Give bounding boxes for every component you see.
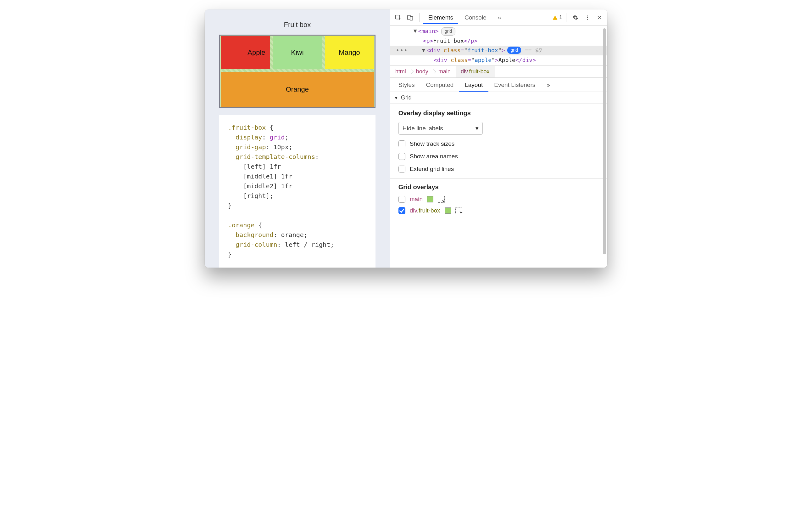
- gear-icon[interactable]: [570, 12, 581, 23]
- toolbar-separator: [566, 13, 566, 22]
- crumb-main[interactable]: main: [433, 66, 456, 78]
- checkbox-icon[interactable]: [398, 140, 405, 147]
- dom-node-apple[interactable]: <div class="apple">Apple</div>: [390, 55, 607, 65]
- fruit-box-container: Apple Kiwi Mango Orange: [219, 34, 376, 108]
- grid-section-title: Grid: [401, 95, 412, 101]
- subtab-listeners[interactable]: Event Listeners: [489, 78, 541, 92]
- highlight-element-icon[interactable]: [455, 207, 462, 214]
- fruit-cell-kiwi: Kiwi: [273, 36, 322, 69]
- svg-rect-2: [410, 16, 412, 20]
- styles-subtabs: Styles Computed Layout Event Listeners »: [390, 78, 607, 92]
- fruit-cell-orange: Orange: [221, 72, 374, 107]
- grid-section-header[interactable]: ▼ Grid: [390, 92, 607, 104]
- warnings-indicator[interactable]: 1: [552, 14, 562, 21]
- overlay-name: div.fruit-box: [410, 207, 440, 214]
- crumb-body[interactable]: body: [411, 66, 433, 78]
- warnings-count: 1: [559, 14, 562, 21]
- grid-overlays-heading: Grid overlays: [398, 183, 599, 191]
- dom-node-selected[interactable]: ••• ▼<div class="fruit-box">grid== $0: [390, 46, 607, 55]
- crumb-selected[interactable]: div.fruit-box: [456, 66, 495, 78]
- toolbar-separator: [419, 13, 420, 22]
- overlay-settings-heading: Overlay display settings: [398, 110, 599, 117]
- checkbox-icon[interactable]: [398, 196, 405, 203]
- devtools-panel: Elements Console » 1 ▼<main>grid: [390, 10, 607, 268]
- close-icon[interactable]: [594, 12, 605, 23]
- breadcrumb[interactable]: html body main div.fruit-box: [390, 66, 607, 78]
- checkbox-extend-grid-lines[interactable]: Extend grid lines: [398, 166, 599, 172]
- fruit-cell-apple: Apple: [221, 36, 270, 69]
- chevron-down-icon: ▼: [394, 95, 398, 100]
- devtools-toolbar: Elements Console » 1: [390, 10, 607, 26]
- css-source-card: .fruit-box { display: grid; grid-gap: 10…: [219, 115, 376, 268]
- select-value: Hide line labels: [403, 125, 443, 132]
- color-swatch[interactable]: [427, 196, 433, 202]
- tab-elements[interactable]: Elements: [423, 11, 458, 24]
- divider: [390, 178, 607, 179]
- checkbox-show-area-names[interactable]: Show area names: [398, 153, 599, 160]
- ellipsis-icon[interactable]: •••: [396, 46, 408, 55]
- crumb-html[interactable]: html: [390, 66, 411, 78]
- page-preview: Fruit box Apple Kiwi Mango Orange .fruit…: [205, 10, 390, 268]
- inspect-icon[interactable]: [393, 12, 404, 23]
- dom-tree[interactable]: ▼<main>grid <p>Fruit box</p> ••• ▼<div c…: [390, 26, 607, 66]
- kebab-icon[interactable]: [582, 12, 593, 23]
- dollar-zero: == $0: [524, 46, 541, 55]
- checkbox-icon[interactable]: [398, 153, 405, 160]
- fruit-cell-mango: Mango: [325, 36, 374, 69]
- checkbox-icon[interactable]: [398, 166, 405, 172]
- grid-overlay-main[interactable]: main: [398, 196, 599, 203]
- fruit-box-grid: Apple Kiwi Mango Orange: [221, 36, 374, 107]
- svg-point-3: [587, 15, 588, 16]
- devtools-window: Fruit box Apple Kiwi Mango Orange .fruit…: [205, 10, 607, 268]
- dom-node-main[interactable]: ▼<main>grid: [390, 26, 607, 36]
- tab-more[interactable]: »: [493, 11, 506, 24]
- svg-point-5: [587, 18, 588, 19]
- subtab-layout[interactable]: Layout: [459, 78, 489, 92]
- grid-badge[interactable]: grid: [441, 27, 455, 36]
- grid-overlay-fruit-box[interactable]: div.fruit-box: [398, 207, 599, 214]
- device-toggle-icon[interactable]: [405, 12, 416, 23]
- page-title: Fruit box: [219, 21, 376, 29]
- highlight-element-icon[interactable]: [438, 196, 445, 203]
- svg-point-4: [587, 17, 588, 18]
- checkbox-icon[interactable]: [398, 207, 405, 214]
- grid-panel-body: Overlay display settings Hide line label…: [390, 104, 607, 268]
- checkbox-show-track-sizes[interactable]: Show track sizes: [398, 140, 599, 147]
- subtab-styles[interactable]: Styles: [393, 78, 420, 92]
- overlay-name: main: [410, 196, 423, 203]
- chevron-down-icon: ▾: [476, 125, 479, 132]
- tab-console[interactable]: Console: [460, 11, 492, 24]
- line-labels-select[interactable]: Hide line labels ▾: [398, 122, 483, 135]
- subtab-more[interactable]: »: [541, 78, 556, 92]
- color-swatch[interactable]: [445, 208, 451, 214]
- grid-badge-active[interactable]: grid: [507, 46, 521, 54]
- subtab-computed[interactable]: Computed: [420, 78, 460, 92]
- dom-node-p[interactable]: <p>Fruit box</p>: [390, 36, 607, 46]
- devtools-scrollbar[interactable]: [603, 27, 606, 266]
